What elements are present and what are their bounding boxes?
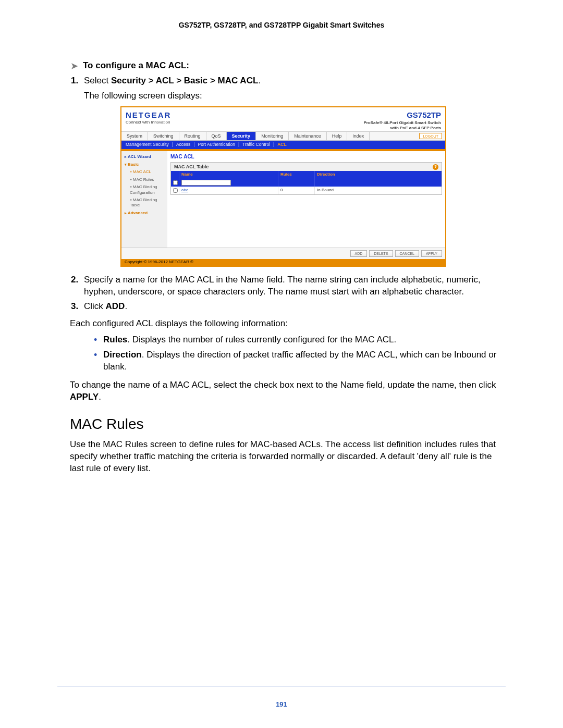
- step3-prefix: Click: [84, 301, 106, 311]
- section-mac-rules-body: Use the MAC Rules screen to define rules…: [70, 439, 506, 475]
- col-direction: Direction: [315, 171, 442, 179]
- tab-security[interactable]: Security: [227, 132, 256, 140]
- model-block: GS752TP ProSafe® 48-Port Gigabit Smart S…: [363, 110, 441, 130]
- add-button[interactable]: ADD: [350, 250, 368, 257]
- main-tabs: System Switching Routing QoS Security Mo…: [121, 131, 445, 141]
- screenshot-header: NETGEAR Connect with Innovation GS752TP …: [121, 107, 445, 131]
- screenshot-footer: ADD DELETE CANCEL APPLY: [121, 248, 445, 259]
- copyright-bar: Copyright © 1996-2012 NETGEAR ®: [121, 259, 445, 266]
- table-input-row: [171, 179, 442, 187]
- brand-logo: NETGEAR: [126, 110, 171, 120]
- side-menu: ACL Wizard Basic MAC ACL MAC Rules MAC B…: [121, 151, 167, 248]
- step3-bold: ADD: [106, 301, 125, 311]
- row-input-rules: [278, 179, 315, 187]
- change-name-para: To change the name of a MAC ACL, select …: [70, 379, 506, 403]
- step-list: Select Security > ACL > Basic > MAC ACL.…: [81, 75, 506, 313]
- tab-switching[interactable]: Switching: [148, 132, 179, 140]
- procedure-heading-text: To configure a MAC ACL:: [83, 60, 189, 71]
- col-check: [171, 171, 179, 179]
- subtab-traffic[interactable]: Traffic Control: [242, 142, 270, 147]
- screenshot-panel: NETGEAR Connect with Innovation GS752TP …: [120, 106, 446, 267]
- procedure-heading: ➤ To configure a MAC ACL:: [71, 60, 506, 71]
- table-caption-row: MAC ACL Table ?: [171, 163, 442, 171]
- page-number: 191: [0, 700, 563, 708]
- step-2: Specify a name for the MAC ACL in the Na…: [81, 274, 506, 298]
- table-header: Name Rules Direction: [171, 171, 442, 179]
- change-para-1: To change the name of a MAC ACL, select …: [70, 380, 496, 390]
- model-desc2: with PoE and 4 SFP Ports: [363, 126, 441, 131]
- side-macbindcfg[interactable]: MAC Binding Configuration: [121, 183, 167, 196]
- step-3: Click ADD.: [81, 301, 506, 313]
- doc-header: GS752TP, GS728TP, and GS728TPP Gigabit S…: [57, 21, 506, 29]
- subtab-portauth[interactable]: Port Authentication: [198, 142, 235, 147]
- name-input[interactable]: [181, 180, 231, 186]
- bullet-rules-label: Rules: [103, 335, 127, 344]
- step-1: Select Security > ACL > Basic > MAC ACL.…: [81, 75, 506, 267]
- tab-monitoring[interactable]: Monitoring: [256, 132, 289, 140]
- side-advanced[interactable]: Advanced: [121, 209, 167, 217]
- brand-block: NETGEAR Connect with Innovation: [126, 110, 171, 130]
- side-macbindtbl[interactable]: MAC Binding Table: [121, 196, 167, 209]
- step1-suffix: .: [258, 76, 261, 85]
- bullet-dir-label: Direction: [103, 350, 142, 360]
- help-icon[interactable]: ?: [433, 164, 438, 170]
- bullet-direction: Direction. Displays the direction of pac…: [94, 349, 506, 373]
- side-macrules[interactable]: MAC Rules: [121, 176, 167, 183]
- tab-system[interactable]: System: [121, 132, 148, 140]
- bullet-dir-text: . Displays the direction of packet traff…: [103, 350, 496, 372]
- col-name: Name: [179, 171, 278, 179]
- change-para-2: .: [99, 392, 101, 402]
- subtab-access[interactable]: Access: [176, 142, 190, 147]
- row-input-check[interactable]: [173, 180, 178, 185]
- change-bold: APPLY: [70, 392, 99, 402]
- tab-maintenance[interactable]: Maintenance: [289, 132, 327, 140]
- apply-button[interactable]: APPLY: [421, 250, 442, 257]
- row-input-dir: [315, 179, 442, 187]
- row-check[interactable]: [173, 188, 178, 193]
- bullet-rules-text: . Displays the number of rules currently…: [127, 335, 396, 344]
- row-name[interactable]: abc: [181, 188, 188, 193]
- side-macacl[interactable]: MAC ACL: [121, 168, 167, 176]
- info-bullets: Rules. Displays the number of rules curr…: [94, 334, 506, 373]
- tab-index[interactable]: Index: [347, 132, 370, 140]
- model-name: GS752TP: [363, 110, 441, 120]
- col-rules: Rules: [278, 171, 315, 179]
- side-basic[interactable]: Basic: [121, 161, 167, 169]
- step1-prefix: Select: [84, 76, 111, 85]
- step3-suffix: .: [125, 301, 127, 311]
- row-direction: In Bound: [315, 187, 442, 194]
- row-rules: 0: [278, 187, 315, 194]
- cancel-button[interactable]: CANCEL: [395, 250, 419, 257]
- side-aclwizard[interactable]: ACL Wizard: [121, 153, 167, 161]
- subtab-mgmtsec[interactable]: Management Security: [126, 142, 169, 147]
- tab-help[interactable]: Help: [327, 132, 348, 140]
- after-steps-para: Each configured ACL displays the followi…: [70, 318, 506, 330]
- tab-qos[interactable]: QoS: [206, 132, 227, 140]
- logout-button[interactable]: LOGOUT: [419, 133, 442, 139]
- table-row: abc 0 In Bound: [171, 187, 442, 194]
- model-desc1: ProSafe® 48-Port Gigabit Smart Switch: [363, 120, 441, 126]
- subtab-acl[interactable]: ACL: [277, 142, 286, 147]
- arrow-icon: ➤: [71, 61, 78, 71]
- footer-rule: [57, 686, 506, 686]
- content-pane: MAC ACL MAC ACL Table ? Name Rules Direc…: [167, 151, 445, 248]
- tab-routing[interactable]: Routing: [179, 132, 206, 140]
- bullet-rules: Rules. Displays the number of rules curr…: [94, 334, 506, 346]
- sub-tabs: Management Security| Access| Port Authen…: [121, 141, 445, 149]
- step1-path: Security > ACL > Basic > MAC ACL: [111, 76, 258, 85]
- section-mac-rules-heading: MAC Rules: [70, 416, 506, 433]
- screenshot-body: ACL Wizard Basic MAC ACL MAC Rules MAC B…: [121, 151, 445, 248]
- step1-sub: The following screen displays:: [84, 90, 506, 102]
- pane-title: MAC ACL: [170, 153, 442, 161]
- acl-table: MAC ACL Table ? Name Rules Direction: [170, 162, 442, 195]
- table-caption: MAC ACL Table: [174, 164, 209, 170]
- delete-button[interactable]: DELETE: [369, 250, 393, 257]
- brand-tagline: Connect with Innovation: [126, 120, 171, 126]
